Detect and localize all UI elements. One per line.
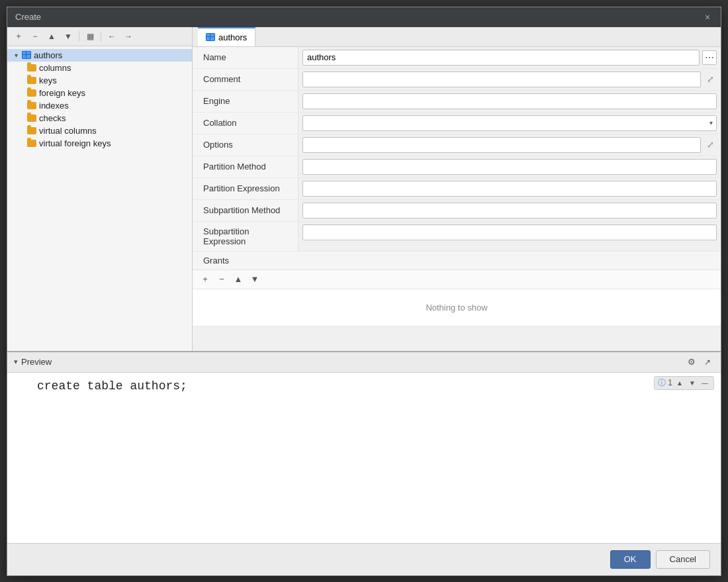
- tree-item-keys[interactable]: keys: [7, 74, 192, 87]
- tree-label-keys: keys: [39, 75, 57, 85]
- grants-label-row: Grants: [193, 252, 721, 270]
- dialog-title: Create: [15, 12, 41, 22]
- tree-label-checks: checks: [39, 113, 66, 123]
- folder-icon-virtual-columns: [27, 127, 36, 134]
- grants-up-button[interactable]: ▲: [231, 273, 246, 286]
- forward-button[interactable]: →: [121, 30, 136, 43]
- control-collation: [298, 113, 721, 134]
- tab-authors[interactable]: authors: [198, 27, 255, 46]
- grants-remove-button[interactable]: −: [214, 273, 229, 286]
- tree-label-virtual-foreign-keys: virtual foreign keys: [39, 138, 111, 148]
- preview-collapse-button[interactable]: —: [700, 377, 710, 388]
- tree-item-foreign-keys[interactable]: foreign keys: [7, 87, 192, 99]
- preview-count: 1: [668, 378, 672, 387]
- input-name[interactable]: [302, 50, 700, 66]
- form-row-subpartition-expression: Subpartition Expression: [193, 222, 721, 252]
- label-collation: Collation: [193, 113, 298, 134]
- sidebar-tree: ▾ authors columns keys: [7, 46, 192, 351]
- table-icon: [22, 51, 31, 59]
- grants-empty-message: Nothing to show: [193, 289, 721, 326]
- toolbar-separator-2: [101, 31, 101, 42]
- grants-section: Grants + − ▲ ▼ Nothing to show: [193, 252, 721, 326]
- control-partition-expression: [298, 178, 721, 199]
- label-partition-expression: Partition Expression: [193, 178, 298, 199]
- comment-expand-button[interactable]: ⤢: [704, 73, 717, 86]
- ok-button[interactable]: OK: [610, 550, 651, 569]
- toolbar-separator: [79, 31, 79, 42]
- tree-label-virtual-columns: virtual columns: [39, 126, 97, 136]
- input-partition-expression[interactable]: [302, 181, 717, 197]
- add-button[interactable]: +: [11, 30, 26, 43]
- form-row-partition-method: Partition Method: [193, 156, 721, 178]
- collation-select-wrapper: [302, 115, 717, 131]
- dialog: Create × + − ▲ ▼ ▦ ← →: [7, 7, 721, 576]
- preview-code: create table authors;: [7, 373, 721, 399]
- control-name: ⋯: [298, 47, 721, 68]
- folder-icon-indexes: [27, 102, 36, 109]
- form-row-subpartition-method: Subpartition Method: [193, 200, 721, 222]
- preview-down-button[interactable]: ▼: [687, 377, 698, 388]
- options-expand-button[interactable]: ⤢: [704, 138, 717, 152]
- control-subpartition-expression: [298, 222, 721, 243]
- tab-header: authors: [193, 27, 721, 47]
- cancel-button[interactable]: Cancel: [656, 550, 710, 569]
- form-row-comment: Comment ⤢: [193, 69, 721, 91]
- tree-item-checks[interactable]: checks: [7, 112, 192, 124]
- tree-item-columns[interactable]: columns: [7, 62, 192, 74]
- tree-root-label: authors: [34, 50, 62, 60]
- folder-icon-keys: [27, 77, 36, 84]
- gear-icon: ⚙: [688, 357, 696, 367]
- tab-label: authors: [218, 32, 247, 42]
- input-engine[interactable]: [302, 93, 717, 109]
- input-subpartition-expression[interactable]: [302, 224, 717, 240]
- form-row-name: Name ⋯: [193, 47, 721, 69]
- form-panel: authors Name ⋯: [193, 27, 721, 351]
- settings-button[interactable]: ▦: [83, 30, 97, 43]
- preview-header[interactable]: ▾ Preview ⚙ ↗: [7, 352, 721, 373]
- tab-table-icon: [206, 33, 215, 41]
- remove-button[interactable]: −: [28, 30, 42, 43]
- tree-item-virtual-foreign-keys[interactable]: virtual foreign keys: [7, 137, 192, 150]
- form-row-partition-expression: Partition Expression: [193, 178, 721, 200]
- footer: OK Cancel: [7, 543, 721, 575]
- sidebar-toolbar: + − ▲ ▼ ▦ ← →: [7, 27, 192, 46]
- folder-icon-virtual-foreign-keys: [27, 140, 36, 147]
- preview-toolbar-right: ⓘ 1 ▲ ▼ —: [654, 376, 714, 390]
- form-scroll: Name ⋯ Comment ⤢: [193, 47, 721, 351]
- input-partition-method[interactable]: [302, 159, 717, 175]
- control-partition-method: [298, 156, 721, 177]
- preview-up-button[interactable]: ▲: [674, 377, 685, 388]
- top-pane: + − ▲ ▼ ▦ ← → ▾: [7, 27, 721, 351]
- grants-down-button[interactable]: ▼: [248, 273, 262, 286]
- label-name: Name: [193, 47, 298, 68]
- back-button[interactable]: ←: [105, 30, 119, 43]
- name-dots-button[interactable]: ⋯: [702, 50, 717, 65]
- export-icon: ↗: [704, 358, 711, 367]
- tree-item-indexes[interactable]: indexes: [7, 99, 192, 112]
- control-engine: [298, 91, 721, 112]
- preview-export-button[interactable]: ↗: [701, 356, 714, 369]
- close-button[interactable]: ×: [702, 12, 713, 23]
- preview-settings-button[interactable]: ⚙: [685, 356, 698, 369]
- input-comment[interactable]: [302, 72, 701, 87]
- grants-add-button[interactable]: +: [198, 273, 212, 286]
- select-collation[interactable]: [302, 115, 717, 131]
- form-row-options: Options ⤢: [193, 134, 721, 156]
- form-row-collation: Collation: [193, 113, 721, 134]
- expand-icon: ▾: [11, 50, 21, 60]
- move-up-button[interactable]: ▲: [44, 30, 59, 43]
- tree-item-virtual-columns[interactable]: virtual columns: [7, 124, 192, 137]
- control-options: ⤢: [298, 134, 721, 156]
- grants-label: Grants: [203, 256, 229, 266]
- tree-item-authors-root[interactable]: ▾ authors: [7, 49, 192, 62]
- control-subpartition-method: [298, 200, 721, 221]
- preview-count-badge: ⓘ 1 ▲ ▼ —: [654, 376, 714, 390]
- form-row-engine: Engine: [193, 91, 721, 113]
- input-subpartition-method[interactable]: [302, 203, 717, 218]
- label-options: Options: [193, 134, 298, 156]
- input-options[interactable]: [302, 137, 701, 153]
- folder-icon-columns: [27, 64, 36, 72]
- label-subpartition-method: Subpartition Method: [193, 200, 298, 221]
- tree-label-foreign-keys: foreign keys: [39, 88, 85, 98]
- move-down-button[interactable]: ▼: [61, 30, 75, 43]
